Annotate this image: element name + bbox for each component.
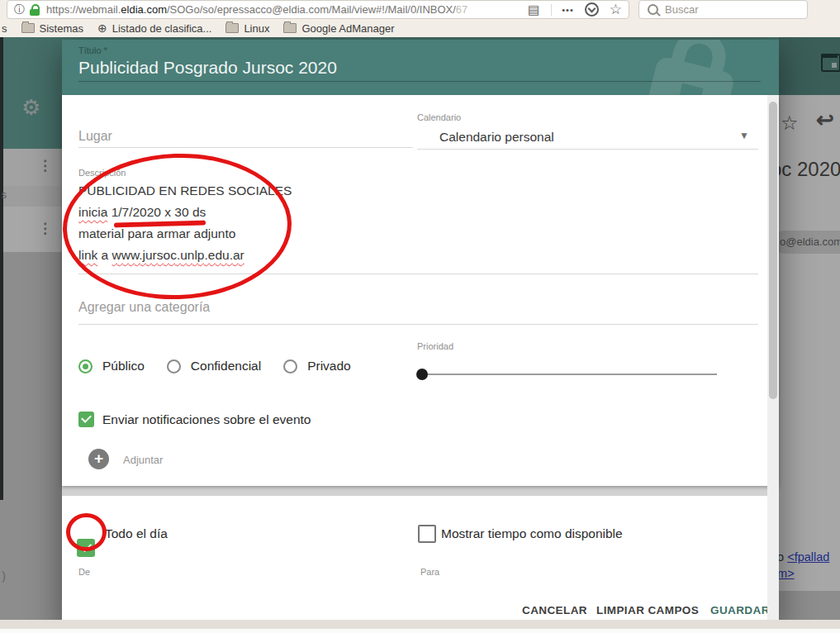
prioridad-label: Prioridad xyxy=(417,341,453,351)
calendario-label: Calendario xyxy=(417,112,461,122)
bookmark-label: Linux xyxy=(244,22,269,35)
bookmark-item[interactable]: s xyxy=(2,22,7,35)
title-field-label: Título * xyxy=(78,45,107,55)
bookmark-label: Google AdManager xyxy=(301,22,394,35)
bookmark-item[interactable]: Google AdManager xyxy=(283,22,394,35)
notificaciones-checkbox[interactable] xyxy=(78,412,94,427)
calendario-select[interactable]: Calendario personal xyxy=(439,130,554,145)
limpiar-campos-button[interactable]: LIMPIAR CAMPOS xyxy=(596,604,699,616)
guardar-button[interactable]: GUARDAR xyxy=(710,604,770,616)
radio-confidencial[interactable]: Confidencial xyxy=(167,359,261,374)
annotation-circle-todo-el-dia xyxy=(66,513,107,551)
radio-icon xyxy=(283,359,297,374)
clasificacion-radio-group: PúblicoConfidencialPrivado xyxy=(78,359,373,374)
bookmark-item[interactable]: Linux xyxy=(225,22,269,35)
page-actions-icon[interactable]: ••• xyxy=(562,5,574,15)
radio-público[interactable]: Público xyxy=(78,359,145,374)
bookmarks-bar: sSistemas⊕Listado de clasifica...LinuxGo… xyxy=(2,19,395,37)
prioridad-slider-track[interactable] xyxy=(417,374,717,375)
browser-chrome: ⓘ https://webmail.eldia.com/SOGo/so/epre… xyxy=(0,0,840,37)
lugar-underline xyxy=(78,147,413,148)
chevron-down-icon[interactable]: ▼ xyxy=(739,130,749,141)
folder-icon xyxy=(283,23,297,33)
title-input[interactable]: Publicidad Posgrado Jursoc 2020 xyxy=(78,58,337,78)
todo-el-dia-label: Todo el día xyxy=(105,526,168,541)
calendario-underline xyxy=(417,149,758,150)
dialog-header: Título * Publicidad Posgrado Jursoc 2020 xyxy=(62,40,779,95)
window-bottom-strip xyxy=(0,620,840,629)
mostrar-tiempo-label: Mostrar tiempo como disponible xyxy=(441,526,623,541)
url-bar[interactable]: ⓘ https://webmail.eldia.com/SOGo/so/epre… xyxy=(7,0,629,19)
categoria-underline xyxy=(78,324,758,325)
page-info-icon[interactable]: ⓘ xyxy=(14,3,25,16)
radio-label: Privado xyxy=(307,359,351,374)
notificaciones-label: Enviar notificaciones sobre el evento xyxy=(102,412,311,427)
search-icon xyxy=(648,4,658,15)
bookmark-item[interactable]: Sistemas xyxy=(21,22,83,35)
adjuntar-button[interactable]: Adjuntar xyxy=(123,454,163,466)
mostrar-tiempo-checkbox[interactable] xyxy=(418,525,436,543)
globe-icon: ⊕ xyxy=(97,22,107,34)
bookmark-label: Sistemas xyxy=(40,22,83,35)
screen: ⓘ https://webmail.eldia.com/SOGo/so/epre… xyxy=(0,0,840,633)
de-label: De xyxy=(78,567,90,577)
folder-icon xyxy=(225,23,239,33)
bookmark-item[interactable]: ⊕Listado de clasifica... xyxy=(97,22,211,35)
https-lock-icon[interactable] xyxy=(30,4,40,16)
radio-privado[interactable]: Privado xyxy=(283,359,351,374)
window-bottom-strip xyxy=(0,629,840,633)
bookmark-star-icon[interactable]: ☆ xyxy=(610,3,622,16)
radio-label: Público xyxy=(102,359,145,374)
bookmark-label: s xyxy=(2,22,7,35)
search-placeholder: Buscar xyxy=(665,3,698,16)
bookmark-label: Listado de clasifica... xyxy=(112,22,212,35)
search-bar[interactable]: Buscar xyxy=(638,0,808,19)
url-text[interactable]: https://webmail.eldia.com/SOGo/so/epress… xyxy=(46,3,528,16)
prioridad-slider-thumb[interactable] xyxy=(416,369,428,380)
lugar-input[interactable]: Lugar xyxy=(78,129,112,144)
pocket-icon[interactable] xyxy=(585,2,599,17)
page-viewport: ⚙ ⋮ ⋮ s ) ☆ ↩ oc 2020 o@eldia.com no <fp… xyxy=(0,37,840,633)
para-label: Para xyxy=(420,567,439,577)
adjuntar-add-icon[interactable]: + xyxy=(88,449,109,469)
radio-icon xyxy=(167,359,181,374)
radio-icon xyxy=(78,359,93,374)
cancelar-button[interactable]: CANCELAR xyxy=(522,604,587,616)
lock-watermark-icon xyxy=(633,40,755,95)
reader-mode-icon[interactable]: ▤ xyxy=(528,3,539,16)
categoria-input[interactable]: Agregar una categoría xyxy=(78,300,210,315)
dialog-scrollbar-thumb[interactable] xyxy=(769,102,777,399)
folder-icon xyxy=(21,23,35,33)
title-underline xyxy=(78,81,761,82)
divider xyxy=(551,4,552,16)
radio-label: Confidencial xyxy=(191,359,261,374)
event-editor-dialog: Título * Publicidad Posgrado Jursoc 2020… xyxy=(62,40,779,633)
